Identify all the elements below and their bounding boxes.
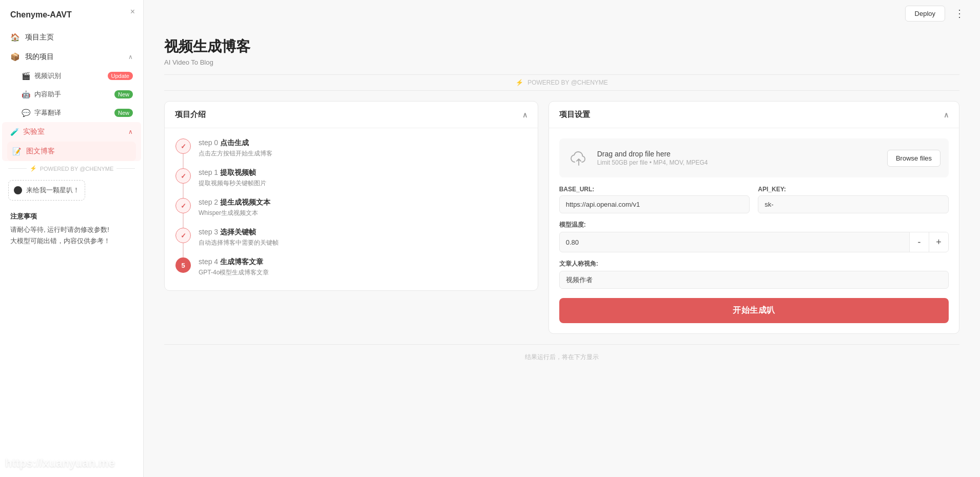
generate-button[interactable]: 开始生成叭 — [559, 298, 949, 323]
browse-files-button[interactable]: Browse files — [887, 150, 940, 167]
content-area: 视频生成博客 AI Video To Blog ⚡ POWERED BY @CH… — [144, 27, 980, 477]
upload-main-text: Drag and drop file here — [597, 150, 880, 158]
temp-plus-button[interactable]: + — [929, 232, 948, 252]
step-content-4: step 4 生成博客文章 GPT-4o模型生成博客文章 — [199, 257, 527, 280]
sidebar: × Chenyme-AAVT 项目主页 我的项目 ∧ 视频识别 Update 内… — [0, 0, 144, 477]
powered-banner: ⚡ POWERED BY @CHENYME — [164, 74, 959, 91]
lab-chevron-up-icon: ∧ — [128, 128, 133, 135]
step-label-3: 选择关键帧 — [220, 228, 256, 236]
check-icon-2: ✓ — [181, 202, 186, 210]
new-badge-subtitle: New — [114, 109, 133, 117]
step-icon-col-4: 5 — [175, 257, 191, 280]
intro-panel-header: 项目介绍 ∧ — [165, 102, 538, 128]
sidebar-blog-label: 图文博客 — [26, 147, 55, 156]
step-item-0: ✓ step 0 点击生成 点击左方按钮开始生成博客 — [175, 138, 527, 168]
settings-panel-chevron-icon[interactable]: ∧ — [944, 111, 949, 119]
main-area: Deploy ⋮ 视频生成博客 AI Video To Blog ⚡ POWER… — [144, 0, 980, 477]
step-desc-1: 提取视频每秒关键帧图片 — [199, 179, 527, 188]
close-icon[interactable]: × — [130, 7, 135, 16]
step-line-3 — [183, 243, 184, 257]
star-button-label: 来给我一颗星叭！ — [26, 186, 80, 195]
sidebar-item-home-label: 项目主页 — [25, 33, 54, 42]
step-label-1: 提取视频帧 — [220, 168, 256, 176]
banner-lightning-icon: ⚡ — [516, 79, 523, 86]
temperature-row: 模型温度: 0.80 - + — [559, 221, 949, 252]
step-content-0: step 0 点击生成 点击左方按钮开始生成博客 — [199, 138, 527, 168]
lab-icon: 🧪 — [10, 128, 19, 136]
step-line-0 — [183, 154, 184, 168]
intro-panel: 项目介绍 ∧ ✓ — [164, 101, 538, 291]
api-key-col: API_KEY: — [758, 186, 949, 213]
notice-line1: 请耐心等待, 运行时请勿修改参数! — [10, 224, 133, 235]
sidebar-nav: 项目主页 我的项目 ∧ 视频识别 Update 内容助手 New 字幕翻译 Ne… — [0, 28, 143, 477]
sidebar-item-content-assistant[interactable]: 内容助手 New — [0, 85, 143, 104]
sidebar-notice: 注意事项 请耐心等待, 运行时请勿修改参数! 大模型可能出错，内容仅供参考！ — [0, 205, 143, 253]
step-title-3: step 3 选择关键帧 — [199, 228, 527, 237]
api-key-input[interactable] — [758, 195, 949, 213]
sidebar-item-home[interactable]: 项目主页 — [0, 28, 143, 47]
perspective-input[interactable] — [559, 271, 949, 289]
upload-text: Drag and drop file here Limit 50GB per f… — [597, 150, 880, 166]
step-label-0: 点击生成 — [220, 138, 249, 147]
perspective-label: 文章人称视角: — [559, 260, 949, 268]
step-content-3: step 3 选择关键帧 自动选择博客中需要的关键帧 — [199, 228, 527, 257]
step-active-num: 5 — [181, 262, 185, 269]
topbar: Deploy ⋮ — [144, 0, 980, 27]
step-num-0: step 0 — [199, 138, 220, 147]
step-desc-4: GPT-4o模型生成博客文章 — [199, 268, 527, 277]
step-icon-col-3: ✓ — [175, 228, 191, 257]
api-key-label: API_KEY: — [758, 186, 949, 193]
sidebar-item-subtitle-translation[interactable]: 字幕翻译 New — [0, 104, 143, 122]
step-num-1: step 1 — [199, 168, 220, 176]
step-item-1: ✓ step 1 提取视频帧 提取视频每秒关键帧图片 — [175, 168, 527, 198]
base-url-input[interactable] — [559, 195, 750, 213]
url-key-row: BASE_URL: API_KEY: — [559, 186, 949, 213]
chevron-up-icon: ∧ — [128, 53, 133, 61]
base-url-label: BASE_URL: — [559, 186, 750, 193]
step-num-3: step 3 — [199, 228, 220, 236]
step-circle-0: ✓ — [175, 138, 191, 154]
temp-minus-button[interactable]: - — [909, 232, 929, 252]
upload-zone[interactable]: Drag and drop file here Limit 50GB per f… — [559, 138, 949, 177]
video-icon — [22, 72, 30, 80]
star-button[interactable]: 来给我一颗星叭！ — [8, 180, 85, 201]
step-item-2: ✓ step 2 提生成视频文本 Whisper生成视频文本 — [175, 198, 527, 228]
step-item-3: ✓ step 3 选择关键帧 自动选择博客中需要的关键帧 — [175, 228, 527, 257]
more-menu-button[interactable]: ⋮ — [951, 5, 968, 22]
subtitle-icon — [22, 109, 30, 117]
step-item-4: 5 step 4 生成博客文章 GPT-4o模型生成博客文章 — [175, 257, 527, 280]
update-badge: Update — [108, 72, 133, 80]
cube-icon — [10, 52, 20, 62]
sidebar-content-assistant-label: 内容助手 — [34, 90, 61, 99]
step-icon-col-2: ✓ — [175, 198, 191, 228]
step-title-1: step 1 提取视频帧 — [199, 168, 527, 177]
temp-value: 0.80 — [560, 234, 909, 251]
page-subtitle: AI Video To Blog — [164, 58, 959, 66]
panels-row: 项目介绍 ∧ ✓ — [164, 101, 959, 334]
home-icon — [10, 33, 20, 42]
settings-panel: 项目设置 ∧ Drag and drop file here — [548, 101, 959, 334]
sidebar-item-video-recognition[interactable]: 视频识别 Update — [0, 67, 143, 85]
step-circle-4: 5 — [175, 257, 191, 273]
intro-panel-body: ✓ step 0 点击生成 点击左方按钮开始生成博客 — [165, 128, 538, 290]
result-banner: 结果运行后，将在下方显示 — [164, 344, 959, 364]
page-title: 视频生成博客 — [164, 37, 959, 56]
robot-icon — [22, 90, 30, 98]
check-icon-0: ✓ — [181, 143, 186, 150]
sidebar-my-projects[interactable]: 我的项目 ∧ — [0, 47, 143, 67]
sidebar-lab-label: 实验室 — [23, 127, 45, 136]
deploy-button[interactable]: Deploy — [905, 6, 945, 22]
step-circle-2: ✓ — [175, 198, 191, 213]
banner-powered-text: POWERED BY @CHENYME — [527, 79, 608, 86]
notice-line2: 大模型可能出错，内容仅供参考！ — [10, 235, 133, 247]
check-icon-1: ✓ — [181, 172, 186, 180]
sidebar-lab-header[interactable]: 🧪 实验室 ∧ — [2, 122, 141, 142]
step-title-0: step 0 点击生成 — [199, 138, 527, 148]
sidebar-item-blog[interactable]: 📝 图文博客 — [7, 142, 136, 161]
upload-sub-text: Limit 50GB per file • MP4, MOV, MPEG4 — [597, 159, 880, 166]
notice-title: 注意事项 — [10, 211, 133, 222]
intro-panel-chevron-icon[interactable]: ∧ — [522, 111, 527, 119]
result-text: 结果运行后，将在下方显示 — [525, 353, 599, 362]
step-desc-2: Whisper生成视频文本 — [199, 209, 527, 217]
settings-panel-header: 项目设置 ∧ — [549, 102, 959, 128]
